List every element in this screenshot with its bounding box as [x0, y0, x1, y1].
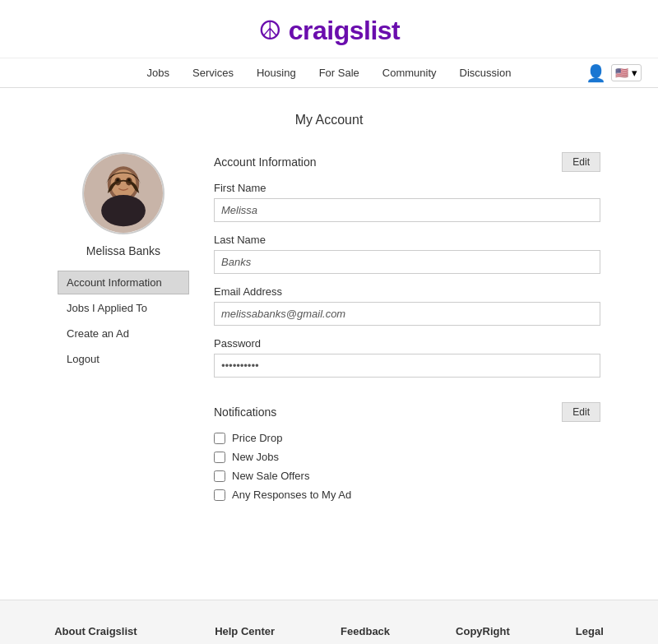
- nav-for-sale[interactable]: For Sale: [319, 67, 359, 79]
- footer-about: About Craigslist About Us Blog Privacy P…: [54, 625, 149, 644]
- notification-new-jobs: New Jobs: [214, 451, 600, 463]
- last-name-field: Last Name: [214, 234, 600, 274]
- footer-content: About Craigslist About Us Blog Privacy P…: [41, 625, 617, 644]
- first-name-label: First Name: [214, 182, 600, 194]
- page-title: My Account: [58, 113, 600, 127]
- account-info-title: Account Information: [214, 155, 317, 169]
- notification-price-drop: Price Drop: [214, 432, 600, 444]
- user-icon[interactable]: 👤: [586, 63, 606, 83]
- first-name-input[interactable]: [214, 198, 600, 222]
- nav-links: Jobs Services Housing For Sale Community…: [147, 67, 512, 79]
- footer-legal-heading: Legal: [576, 625, 604, 637]
- main-content: My Account Melissa Banks: [41, 88, 617, 550]
- right-panel: Account Information Edit First Name Last…: [214, 152, 600, 526]
- last-name-label: Last Name: [214, 234, 600, 246]
- password-input[interactable]: [214, 354, 600, 378]
- language-selector[interactable]: 🇺🇸 ▾: [611, 64, 642, 81]
- account-information-section: Account Information Edit First Name Last…: [214, 152, 600, 378]
- account-info-header: Account Information Edit: [214, 152, 600, 172]
- footer-help: Help Center Contact Us FAQ Anti-Scam: [215, 625, 275, 644]
- new-sale-offers-checkbox[interactable]: [214, 470, 225, 482]
- new-sale-offers-label: New Sale Offers: [232, 470, 309, 482]
- nav-discussion[interactable]: Discussion: [460, 67, 512, 79]
- last-name-input[interactable]: [214, 250, 600, 274]
- nav-right: 👤 🇺🇸 ▾: [586, 63, 642, 83]
- notifications-edit-button[interactable]: Edit: [562, 402, 600, 422]
- first-name-field: First Name: [214, 182, 600, 222]
- nav-jobs[interactable]: Jobs: [147, 67, 169, 79]
- new-jobs-checkbox[interactable]: [214, 452, 225, 463]
- password-label: Password: [214, 337, 600, 350]
- notifications-section: Notifications Edit Price Drop New Jobs N…: [214, 402, 600, 501]
- logo-text: craigslist: [289, 16, 401, 46]
- account-info-edit-button[interactable]: Edit: [562, 152, 600, 172]
- password-field: Password: [214, 337, 600, 378]
- footer-copyright: CopyRight: [456, 625, 510, 644]
- new-jobs-label: New Jobs: [232, 451, 279, 463]
- avatar-image: [84, 154, 163, 233]
- footer-legal: Legal: [576, 625, 604, 644]
- email-label: Email Address: [214, 285, 600, 298]
- header: ☮ craigslist: [0, 0, 658, 58]
- notification-any-responses: Any Responses to My Ad: [214, 489, 600, 501]
- nav-housing[interactable]: Housing: [257, 67, 296, 79]
- sidebar-item-create-ad[interactable]: Create an Ad: [58, 322, 189, 345]
- footer-help-heading: Help Center: [215, 625, 275, 637]
- sidebar: Melissa Banks Account Information Jobs I…: [58, 152, 189, 526]
- notifications-header: Notifications Edit: [214, 402, 600, 422]
- notification-new-sale-offers: New Sale Offers: [214, 470, 600, 482]
- price-drop-label: Price Drop: [232, 432, 282, 444]
- any-responses-label: Any Responses to My Ad: [232, 489, 351, 501]
- footer-about-heading: About Craigslist: [54, 625, 149, 637]
- logo: ☮ craigslist: [0, 15, 658, 46]
- content-layout: Melissa Banks Account Information Jobs I…: [58, 152, 600, 526]
- nav: Jobs Services Housing For Sale Community…: [0, 58, 658, 88]
- footer-feedback-heading: Feedback: [341, 625, 390, 637]
- footer-feedback: Feedback: [341, 625, 390, 644]
- nav-services[interactable]: Services: [192, 67, 234, 79]
- sidebar-item-logout[interactable]: Logout: [58, 347, 189, 371]
- footer-copyright-heading: CopyRight: [456, 625, 510, 637]
- price-drop-checkbox[interactable]: [214, 433, 225, 444]
- footer: About Craigslist About Us Blog Privacy P…: [0, 600, 658, 644]
- user-name: Melissa Banks: [58, 244, 189, 257]
- peace-icon: ☮: [258, 15, 282, 46]
- notifications-title: Notifications: [214, 405, 276, 419]
- sidebar-menu: Account Information Jobs I Applied To Cr…: [58, 271, 189, 371]
- sidebar-item-account-information[interactable]: Account Information: [58, 271, 189, 294]
- sidebar-item-jobs-applied[interactable]: Jobs I Applied To: [58, 296, 189, 320]
- email-input[interactable]: [214, 302, 600, 326]
- nav-community[interactable]: Community: [382, 67, 437, 79]
- email-field: Email Address: [214, 285, 600, 326]
- any-responses-checkbox[interactable]: [214, 489, 225, 501]
- avatar: [82, 152, 164, 234]
- svg-point-7: [101, 195, 146, 226]
